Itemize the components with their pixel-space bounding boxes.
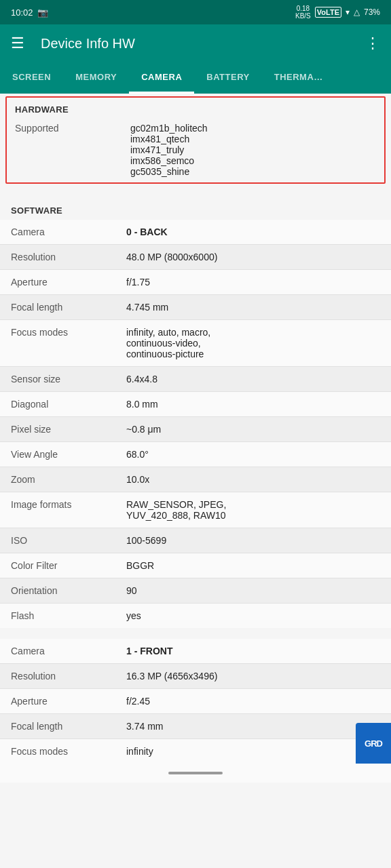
- tab-thermal[interactable]: THERMA…: [262, 62, 335, 94]
- row-label: Aperture: [11, 277, 126, 288]
- row-label: Focus modes: [11, 746, 126, 757]
- table-row: ISO 100-5699: [0, 528, 391, 553]
- camera-front-section: Camera 1 - FRONT Resolution 16.3 MP (465…: [0, 639, 391, 764]
- hardware-supported-value: gc02m1b_holitech imx481_qtech imx471_tru…: [130, 123, 376, 177]
- tab-camera[interactable]: CAMERA: [129, 62, 194, 94]
- row-value: 0 - BACK: [126, 226, 380, 237]
- table-row: Orientation 90: [0, 578, 391, 604]
- row-value: 8.0 mm: [126, 399, 380, 410]
- row-label: Orientation: [11, 585, 126, 596]
- table-row: Diagonal 8.0 mm: [0, 392, 391, 417]
- hardware-supported-label: Supported: [15, 123, 130, 134]
- row-value: 3.74 mm: [126, 721, 380, 732]
- table-row: Color Filter BGGR: [0, 553, 391, 578]
- row-label: Focus modes: [11, 327, 126, 338]
- scroll-indicator: [168, 772, 223, 774]
- row-value: 10.0x: [126, 474, 380, 485]
- menu-icon[interactable]: ☰: [11, 35, 24, 52]
- row-value: RAW_SENSOR, JPEG, YUV_420_888, RAW10: [126, 499, 380, 521]
- row-value: 90: [126, 585, 380, 596]
- row-label: Resolution: [11, 252, 126, 262]
- table-row: Camera 1 - FRONT: [0, 639, 391, 664]
- table-row: Pixel size ~0.8 μm: [0, 417, 391, 442]
- row-label: Color Filter: [11, 560, 126, 571]
- row-label: Diagonal: [11, 399, 126, 410]
- row-label: Focal length: [11, 721, 126, 732]
- bottom-bar: [0, 764, 391, 783]
- row-value: 68.0°: [126, 449, 380, 460]
- hardware-section-title: HARDWARE: [7, 98, 384, 117]
- table-row: Resolution 16.3 MP (4656x3496): [0, 664, 391, 689]
- table-row: Zoom 10.0x: [0, 467, 391, 492]
- row-label: Aperture: [11, 696, 126, 707]
- row-value: 16.3 MP (4656x3496): [126, 671, 380, 682]
- more-options-icon[interactable]: ⋮: [365, 35, 380, 52]
- row-label: Flash: [11, 610, 126, 621]
- row-value: 6.4x4.8: [126, 374, 380, 384]
- row-value: 100-5699: [126, 535, 380, 546]
- row-value: 1 - FRONT: [126, 646, 380, 656]
- row-value: infinity, auto, macro, continuous-video,…: [126, 327, 380, 359]
- row-label: Pixel size: [11, 424, 126, 435]
- row-label: Image formats: [11, 499, 126, 510]
- row-label: Resolution: [11, 671, 126, 682]
- content-area: HARDWARE Supported gc02m1b_holitech imx4…: [0, 96, 391, 764]
- status-left: 10:02 📷: [11, 7, 48, 18]
- row-label: Camera: [11, 226, 126, 237]
- wifi-icon: ▾: [346, 7, 350, 17]
- signal-icon: △: [354, 7, 360, 17]
- row-value: 48.0 MP (8000x6000): [126, 252, 380, 262]
- row-value: 4.745 mm: [126, 302, 380, 313]
- data-speed: 0.18KB/S: [295, 5, 311, 20]
- table-row: Sensor size 6.4x4.8: [0, 367, 391, 392]
- software-section: SOFTWARE Camera 0 - BACK Resolution 48.0…: [0, 197, 391, 628]
- volte-indicator: VoLTE: [315, 7, 341, 18]
- table-row: Focus modes infinity, auto, macro, conti…: [0, 320, 391, 367]
- tab-battery[interactable]: BATTERY: [194, 62, 261, 94]
- app-title: Device Info HW: [41, 36, 365, 52]
- row-label: Focal length: [11, 302, 126, 313]
- row-value: yes: [126, 610, 380, 621]
- table-row: Focus modes infinity GRD: [0, 739, 391, 764]
- tab-memory[interactable]: MEMORY: [63, 62, 129, 94]
- row-value: infinity: [126, 746, 380, 757]
- row-label: View Angle: [11, 449, 126, 460]
- battery-display: 73%: [364, 7, 380, 17]
- toolbar: ☰ Device Info HW ⋮: [0, 24, 391, 62]
- time-display: 10:02: [11, 7, 33, 18]
- tab-screen[interactable]: SCREEN: [0, 62, 63, 94]
- hardware-section: HARDWARE Supported gc02m1b_holitech imx4…: [5, 96, 386, 184]
- row-value: f/1.75: [126, 277, 380, 288]
- software-section-title: SOFTWARE: [0, 197, 391, 220]
- table-row: Camera 0 - BACK: [0, 220, 391, 245]
- table-row: Image formats RAW_SENSOR, JPEG, YUV_420_…: [0, 492, 391, 528]
- row-label: ISO: [11, 535, 126, 546]
- table-row: Resolution 48.0 MP (8000x6000): [0, 245, 391, 270]
- table-row: Focal length 4.745 mm: [0, 295, 391, 320]
- grade-icon[interactable]: GRD: [356, 723, 391, 764]
- table-row: View Angle 68.0°: [0, 442, 391, 467]
- hardware-supported-row: Supported gc02m1b_holitech imx481_qtech …: [7, 117, 384, 182]
- row-value: f/2.45: [126, 696, 380, 707]
- row-value: ~0.8 μm: [126, 424, 380, 435]
- camera-status-icon: 📷: [37, 7, 48, 18]
- status-bar: 10:02 📷 0.18KB/S VoLTE ▾ △ 73%: [0, 0, 391, 24]
- status-right: 0.18KB/S VoLTE ▾ △ 73%: [295, 5, 380, 20]
- table-row: Flash yes: [0, 604, 391, 628]
- row-label: Zoom: [11, 474, 126, 485]
- tab-bar: SCREEN MEMORY CAMERA BATTERY THERMA…: [0, 62, 391, 94]
- row-label: Camera: [11, 646, 126, 656]
- table-row: Aperture f/1.75: [0, 270, 391, 295]
- table-row: Focal length 3.74 mm: [0, 714, 391, 739]
- row-label: Sensor size: [11, 374, 126, 384]
- row-value: BGGR: [126, 560, 380, 571]
- table-row: Aperture f/2.45: [0, 689, 391, 714]
